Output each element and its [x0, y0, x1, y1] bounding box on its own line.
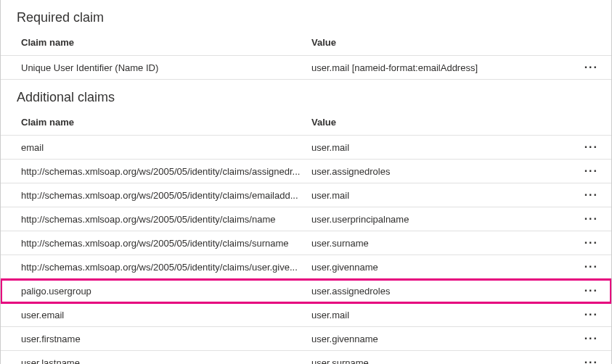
claim-value-cell: user.assignedroles [311, 166, 576, 177]
claim-name-cell: user.firstname [21, 334, 311, 344]
claim-value-cell: user.userprincipalname [311, 214, 576, 225]
more-actions-button[interactable]: ··· [584, 191, 598, 199]
row-actions: ··· [576, 357, 598, 364]
claim-value-cell: user.surname [311, 238, 576, 249]
more-actions-button[interactable]: ··· [584, 335, 598, 342]
more-actions-button[interactable]: ··· [584, 239, 598, 247]
row-actions: ··· [576, 334, 598, 344]
claim-value-cell: user.givenname [311, 334, 576, 344]
row-actions: ··· [576, 142, 598, 153]
more-actions-button[interactable]: ··· [584, 311, 598, 318]
required-claim-title: Required claim [1, 0, 611, 33]
claim-name-cell: http://schemas.xmlsoap.org/ws/2005/05/id… [21, 238, 311, 249]
table-row[interactable]: user.lastnameuser.surname··· [1, 351, 611, 364]
required-header-name: Claim name [21, 37, 311, 48]
row-actions: ··· [576, 238, 598, 249]
table-row[interactable]: user.emailuser.mail··· [1, 303, 611, 327]
claim-value-cell: user.surname [311, 357, 576, 364]
table-row[interactable]: paligo.usergroupuser.assignedroles··· [1, 279, 611, 303]
table-row[interactable]: http://schemas.xmlsoap.org/ws/2005/05/id… [1, 231, 611, 255]
additional-header-name: Claim name [21, 117, 311, 128]
claim-name-cell: http://schemas.xmlsoap.org/ws/2005/05/id… [21, 214, 311, 225]
claim-name-cell: paligo.usergroup [21, 286, 311, 297]
row-actions: ··· [576, 214, 598, 225]
claim-name-cell: http://schemas.xmlsoap.org/ws/2005/05/id… [21, 166, 311, 177]
more-actions-button[interactable]: ··· [584, 64, 598, 71]
claim-name-cell: Unique User Identifier (Name ID) [21, 62, 311, 73]
table-row[interactable]: Unique User Identifier (Name ID)user.mai… [1, 56, 611, 80]
more-actions-button[interactable]: ··· [584, 263, 598, 270]
claim-name-cell: user.lastname [21, 357, 311, 364]
claim-name-cell: http://schemas.xmlsoap.org/ws/2005/05/id… [21, 190, 311, 201]
table-row[interactable]: user.firstnameuser.givenname··· [1, 327, 611, 351]
more-actions-button[interactable]: ··· [584, 287, 598, 294]
claim-value-cell: user.mail [311, 190, 576, 201]
required-claim-header: Claim name Value [1, 33, 611, 56]
more-actions-button[interactable]: ··· [584, 359, 598, 364]
claim-name-cell: http://schemas.xmlsoap.org/ws/2005/05/id… [21, 262, 311, 273]
more-actions-button[interactable]: ··· [584, 144, 598, 151]
additional-claims-title: Additional claims [1, 80, 611, 112]
claim-value-cell: user.mail [nameid-format:emailAddress] [311, 62, 576, 73]
more-actions-button[interactable]: ··· [584, 215, 598, 223]
claim-value-cell: user.mail [311, 142, 576, 153]
row-actions: ··· [576, 190, 598, 201]
claim-value-cell: user.mail [311, 310, 576, 320]
table-row[interactable]: emailuser.mail··· [1, 136, 611, 160]
table-row[interactable]: http://schemas.xmlsoap.org/ws/2005/05/id… [1, 183, 611, 207]
claim-name-cell: user.email [21, 310, 311, 320]
row-actions: ··· [576, 62, 598, 73]
claim-value-cell: user.assignedroles [311, 286, 576, 297]
row-actions: ··· [576, 286, 598, 297]
row-actions: ··· [576, 262, 598, 273]
row-actions: ··· [576, 166, 598, 177]
additional-claims-header: Claim name Value [1, 112, 611, 136]
claim-name-cell: email [21, 142, 311, 153]
claim-value-cell: user.givenname [311, 262, 576, 273]
more-actions-button[interactable]: ··· [584, 167, 598, 175]
table-row[interactable]: http://schemas.xmlsoap.org/ws/2005/05/id… [1, 255, 611, 279]
row-actions: ··· [576, 310, 598, 320]
required-header-value: Value [311, 37, 611, 48]
table-row[interactable]: http://schemas.xmlsoap.org/ws/2005/05/id… [1, 160, 611, 183]
table-row[interactable]: http://schemas.xmlsoap.org/ws/2005/05/id… [1, 207, 611, 231]
additional-header-value: Value [311, 117, 611, 128]
